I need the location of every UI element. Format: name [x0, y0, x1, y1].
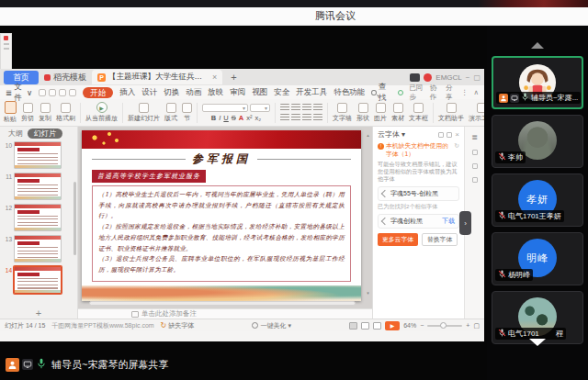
- missing-font-item[interactable]: 字魂55号-创粒黑: [378, 186, 459, 201]
- menu-tab-insert[interactable]: 插入: [119, 87, 135, 98]
- animation-pane-icon[interactable]: [472, 150, 478, 155]
- menu-tab-slideshow[interactable]: 放映: [208, 87, 223, 98]
- font-size-select[interactable]: ▾: [250, 104, 270, 112]
- collapse-panel-button[interactable]: ›: [459, 211, 471, 235]
- more-icon[interactable]: ⋮: [461, 88, 469, 96]
- print-icon[interactable]: [49, 89, 56, 96]
- zoom-out-button[interactable]: −: [420, 322, 424, 329]
- undo-icon[interactable]: [59, 89, 66, 96]
- slide-thumbnail[interactable]: 12: [2, 204, 74, 231]
- shape-button[interactable]: 形状: [356, 103, 369, 123]
- line-spacing-icon[interactable]: [313, 114, 322, 122]
- zoom-in-button[interactable]: +: [466, 322, 469, 329]
- panel-pop-icon[interactable]: [447, 132, 452, 138]
- play-from-current-button[interactable]: ▶ 从当前播放: [85, 102, 118, 123]
- normal-view-icon[interactable]: [349, 322, 357, 330]
- minimize-icon[interactable]: −: [466, 73, 470, 82]
- missing-fonts-status[interactable]: ↻ 缺失字体: [161, 321, 195, 330]
- menu-tab-animation[interactable]: 动画: [186, 87, 201, 98]
- slide-sorter-view-icon[interactable]: [361, 322, 369, 330]
- align-center-icon[interactable]: [291, 104, 300, 112]
- menu-tab-design[interactable]: 设计: [141, 87, 157, 98]
- zoom-slider-knob[interactable]: [440, 322, 447, 329]
- menu-tab-security[interactable]: 安全: [274, 87, 289, 98]
- replace-font-button[interactable]: 替换字体: [422, 233, 458, 246]
- italic-button[interactable]: I: [219, 114, 220, 122]
- help-pane-icon[interactable]: [472, 177, 478, 183]
- template-promo-link[interactable]: 千图网海量PPT模板www.58pic.com: [51, 321, 153, 330]
- menu-tab-home[interactable]: 开始: [83, 87, 113, 98]
- panel-close-icon[interactable]: ×: [455, 130, 459, 139]
- material-button[interactable]: 素材: [391, 103, 404, 123]
- meeting-titlebar[interactable]: 腾讯会议: [0, 7, 588, 26]
- share-label[interactable]: 分享: [446, 84, 456, 102]
- collapse-participants-icon[interactable]: [529, 339, 546, 346]
- section-button[interactable]: 节: [182, 103, 192, 123]
- suggested-font-item[interactable]: 字魂创粒黑 下载: [378, 214, 459, 229]
- close-tab-icon[interactable]: ×: [212, 73, 217, 82]
- zoom-slider[interactable]: [427, 325, 462, 327]
- menu-tab-view[interactable]: 视图: [252, 87, 267, 98]
- tab-outline[interactable]: 大纲: [8, 129, 23, 139]
- slide-thumbnail[interactable]: 11: [2, 173, 74, 200]
- cut-button[interactable]: 剪切: [21, 103, 34, 123]
- new-tab-button[interactable]: +: [228, 72, 239, 83]
- fit-screen-icon[interactable]: ▢: [473, 322, 480, 330]
- subscript-button[interactable]: x₂: [254, 114, 261, 122]
- synced-label[interactable]: 已同步: [409, 84, 424, 102]
- properties-icon[interactable]: ≣: [471, 133, 478, 141]
- maximize-icon[interactable]: ▢: [473, 73, 481, 82]
- slide-canvas[interactable]: 参军报国 普通高等学校学生参军就业服务 （1）高校毕业生士兵退役后一年内，可视同…: [78, 127, 372, 308]
- text-wall-button[interactable]: 文字墙: [333, 103, 352, 123]
- reading-view-icon[interactable]: [373, 322, 381, 330]
- tab-document[interactable]: P 【主题班课】大学生征兵政策宣讲 ×: [92, 70, 222, 84]
- menu-tab-devtools[interactable]: 开发工具: [296, 87, 327, 98]
- participant-tile[interactable]: 电气1701 程: [492, 291, 583, 344]
- format-painter-button[interactable]: 格式刷: [56, 103, 75, 123]
- slideshow-play-button[interactable]: ▶: [385, 321, 400, 330]
- slide-thumbnail-current[interactable]: 14: [2, 266, 74, 294]
- collapse-ribbon-icon[interactable]: ∧: [474, 88, 480, 96]
- align-justify-icon[interactable]: [313, 104, 322, 112]
- underline-button[interactable]: U: [223, 114, 228, 122]
- download-link[interactable]: 下载: [442, 217, 455, 226]
- participant-tile[interactable]: 李帅: [492, 115, 583, 168]
- menu-tab-review[interactable]: 审阅: [230, 87, 245, 98]
- chevron-down-icon[interactable]: ▾: [401, 130, 405, 139]
- beautify-button[interactable]: 一键美化 ▾: [252, 321, 291, 330]
- participant-tile[interactable]: 明峰 杨明峰: [492, 232, 583, 285]
- redo-icon[interactable]: [69, 89, 76, 96]
- current-slide[interactable]: 参军报国 普通高等学校学生参军就业服务 （1）高校毕业生士兵退役后一年内，可视同…: [82, 130, 361, 301]
- selection-pane-icon[interactable]: [472, 163, 478, 169]
- picture-button[interactable]: 图片: [374, 103, 387, 123]
- new-slide-button[interactable]: 新建幻灯片: [128, 103, 160, 123]
- font-color-button[interactable]: A: [239, 114, 243, 122]
- canvas-vertical-scrollbar[interactable]: ▴ ▾: [365, 132, 371, 296]
- slide-thumbnail[interactable]: 13: [2, 235, 74, 263]
- present-tools-button[interactable]: 演示工具: [469, 103, 484, 123]
- scroll-down-icon[interactable]: ▾: [367, 290, 369, 296]
- tab-slides[interactable]: 幻灯片: [28, 129, 62, 139]
- thumbnail-scrollbar[interactable]: [74, 182, 76, 255]
- menu-tab-features[interactable]: 特色功能: [334, 87, 365, 98]
- notes-bar[interactable]: 单击此处添加备注: [78, 308, 372, 319]
- indent-icon[interactable]: [302, 114, 311, 122]
- menu-find[interactable]: 查找: [371, 82, 390, 104]
- scroll-up-icon[interactable]: ▴: [367, 132, 369, 138]
- member-chip-icon[interactable]: [410, 73, 420, 82]
- paste-button[interactable]: 粘贴: [4, 101, 17, 124]
- save-icon[interactable]: [39, 89, 46, 96]
- collab-label[interactable]: 协作: [430, 84, 440, 102]
- bullet-list-icon[interactable]: [280, 114, 289, 122]
- tab-docer-templates[interactable]: 稻壳模板: [44, 72, 86, 84]
- align-left-icon[interactable]: [280, 104, 289, 112]
- participant-tile[interactable]: 孝妍 电气1701王孝妍: [492, 173, 583, 227]
- copy-button[interactable]: 复制: [39, 103, 51, 123]
- account-avatar[interactable]: [424, 73, 432, 82]
- superscript-button[interactable]: x²: [246, 114, 252, 122]
- canvas-horizontal-scrollbar[interactable]: [89, 301, 356, 306]
- panel-pin-icon[interactable]: [438, 132, 444, 138]
- doc-assistant-button[interactable]: 文档助手: [438, 103, 464, 123]
- slide-thumbnail[interactable]: 10: [2, 141, 74, 169]
- number-list-icon[interactable]: [291, 114, 300, 122]
